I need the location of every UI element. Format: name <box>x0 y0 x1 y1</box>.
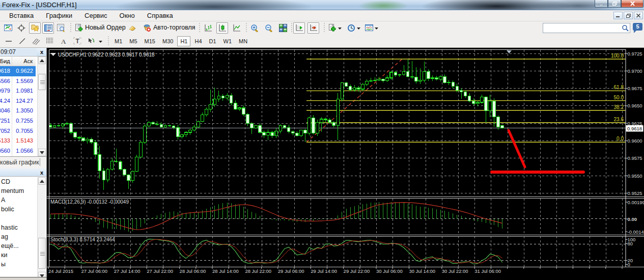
timeframe-w1-button[interactable]: W1 <box>220 36 235 46</box>
auto-scroll-button[interactable] <box>293 22 305 34</box>
scrollbar-thumb[interactable] <box>38 74 46 90</box>
market-watch-row[interactable]: 05601.0566 <box>0 146 36 156</box>
market-watch-close-icon[interactable]: x <box>39 48 45 55</box>
timeframe-d1-button[interactable]: D1 <box>206 36 219 46</box>
market-watch-row[interactable]: 4.24124.27 <box>0 96 36 106</box>
navigator-item[interactable]: A <box>0 195 36 205</box>
minimize-button[interactable] <box>595 0 608 8</box>
search-icon[interactable] <box>622 24 629 32</box>
timeframe-m15-button[interactable]: M15 <box>142 36 158 46</box>
indicators-list-dropdown-icon[interactable] <box>337 22 342 34</box>
candlestick <box>209 104 212 109</box>
new-order-label[interactable]: Новый Ордер <box>85 24 126 31</box>
navigator-item[interactable]: ещё... <box>0 241 36 250</box>
market-watch-scrollbar[interactable] <box>37 57 46 157</box>
templates-button[interactable] <box>363 22 375 34</box>
market-watch-row[interactable]: 99791.0981 <box>0 86 36 96</box>
market-watch-row[interactable]: 80461.3050 <box>0 106 36 116</box>
chart-line-button[interactable] <box>231 22 242 34</box>
timeframe-h4-button[interactable]: H4 <box>191 36 205 46</box>
fibonacci-retracement-button[interactable] <box>44 36 55 47</box>
bid-column-header[interactable]: Бид <box>0 58 10 64</box>
scrollbar-thumb[interactable] <box>38 238 46 269</box>
candlestick <box>263 132 266 135</box>
indicators-list-button[interactable] <box>326 22 338 34</box>
timeframe-h1-button[interactable]: H1 <box>177 36 190 46</box>
candlestick <box>144 126 147 143</box>
candlestick <box>255 125 258 128</box>
navigator-item[interactable] <box>0 214 36 223</box>
auto-trading-button[interactable] <box>141 22 153 34</box>
tile-windows-button[interactable] <box>277 22 289 34</box>
close-button[interactable] <box>621 0 643 8</box>
new-chart-button[interactable] <box>2 22 14 34</box>
scroll-down-button[interactable] <box>38 149 46 156</box>
new-order-button[interactable] <box>73 22 85 34</box>
periods-button[interactable] <box>345 22 357 34</box>
market-watch-row[interactable]: 72510.7255 <box>0 116 36 126</box>
menu-item-2[interactable]: Графики <box>40 10 78 21</box>
time-axis-label: 27 Jul 22:00 <box>147 268 173 274</box>
candlestick <box>185 132 188 134</box>
cursor-arrows-dropdown-icon[interactable] <box>98 36 103 47</box>
candlestick <box>168 125 171 126</box>
market-watch-row[interactable]: 55661.5569 <box>0 76 36 87</box>
equidistant-channel-button[interactable] <box>30 36 42 47</box>
market-watch-row[interactable]: 96180.9622 <box>0 66 36 76</box>
chart-candles-button[interactable] <box>216 22 228 34</box>
market-watch-toggle-button[interactable] <box>42 22 54 34</box>
timeframe-m5-button[interactable]: M5 <box>126 36 140 46</box>
menu-item-1[interactable]: Вставка <box>4 10 39 21</box>
periods-dropdown-icon[interactable] <box>356 22 361 34</box>
menu-item-4[interactable]: Окно <box>114 10 141 21</box>
crosshair-icon <box>17 24 25 32</box>
search-input[interactable] <box>543 23 630 33</box>
cursor-arrows-button[interactable] <box>85 36 97 47</box>
navigator-scrollbar[interactable] <box>37 177 46 280</box>
scroll-up-button[interactable] <box>38 57 46 64</box>
ask-column-header[interactable]: Аск <box>23 58 33 64</box>
macd-axis-label: -0.00148 <box>628 229 644 235</box>
fibonacci-level-label: 50.0 <box>614 95 624 100</box>
mdi-minimize-button[interactable] <box>613 12 623 19</box>
auto-trading-label[interactable]: Авто-торговля <box>153 24 195 31</box>
crosshair-button[interactable] <box>15 22 27 34</box>
candlestick <box>291 132 294 133</box>
scroll-up-button[interactable] <box>38 177 46 185</box>
favorites-button[interactable] <box>29 22 41 34</box>
menu-item-5[interactable]: Справка <box>142 10 179 21</box>
navigator-item[interactable]: mentum <box>0 186 36 195</box>
navigator-close-icon[interactable]: x <box>39 169 45 176</box>
expert-advisors-button[interactable] <box>126 22 138 34</box>
data-window-button[interactable] <box>55 22 67 34</box>
navigator-item[interactable]: CD <box>0 177 36 186</box>
navigator-item[interactable]: ag <box>0 232 36 241</box>
label-button[interactable]: T <box>71 36 83 47</box>
timeframe-mn-button[interactable]: MN <box>236 36 250 46</box>
horizontal-line-button[interactable] <box>3 36 14 47</box>
market-watch-row[interactable]: 51331.5143 <box>0 136 36 146</box>
timeframe-m30-button[interactable]: M30 <box>159 36 176 46</box>
navigator-item[interactable]: ы <box>0 260 36 269</box>
navigator-item[interactable]: bolic <box>0 205 36 214</box>
chart-bars-button[interactable] <box>202 22 214 34</box>
menu-item-3[interactable]: Сервис <box>79 10 113 21</box>
restore-button[interactable] <box>608 0 621 8</box>
mdi-restore-button[interactable] <box>624 12 633 19</box>
zoom-out-button[interactable] <box>263 22 274 34</box>
notifications-badge[interactable]: 5 <box>633 23 642 31</box>
chart-shift-button[interactable] <box>307 22 319 34</box>
templates-dropdown-icon[interactable] <box>374 22 379 34</box>
zoom-in-button[interactable] <box>248 22 260 34</box>
tick-chart-tab[interactable]: ковый график <box>0 157 46 169</box>
navigator-item[interactable]: hastic <box>0 223 36 232</box>
mdi-close-button[interactable] <box>634 12 643 19</box>
candlestick <box>275 131 278 136</box>
trend-line-button[interactable] <box>16 36 28 47</box>
navigator-item[interactable]: ки <box>0 250 36 260</box>
candlestick <box>70 123 73 132</box>
text-label-button[interactable]: A <box>58 36 69 47</box>
timeframe-m1-button[interactable]: M1 <box>111 36 125 46</box>
candlestick <box>139 142 143 157</box>
market-watch-row[interactable]: 70520.7055 <box>0 126 36 136</box>
